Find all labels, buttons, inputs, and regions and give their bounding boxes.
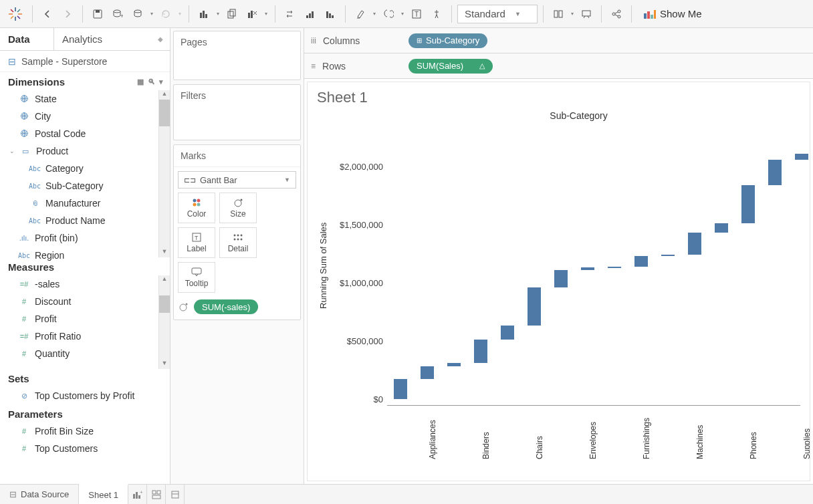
field-item[interactable]: AbcCategory xyxy=(0,160,170,177)
fit-dropdown[interactable]: Standard ▼ xyxy=(457,5,538,23)
text-icon[interactable]: T xyxy=(407,5,426,23)
sort-desc-icon[interactable] xyxy=(321,5,340,23)
tooltip-button[interactable]: Tooltip xyxy=(178,262,215,293)
dropdown-icon[interactable]: ▾ xyxy=(263,5,269,23)
rows-shelf[interactable]: ≡Rows SUM(Sales)△ xyxy=(304,53,813,79)
analytics-tab[interactable]: Analytics ◆ xyxy=(53,28,170,50)
columns-pill[interactable]: ⊞Sub-Category xyxy=(409,33,487,48)
bar-phones[interactable] xyxy=(741,185,755,223)
swap-icon[interactable] xyxy=(281,5,300,23)
rows-pill[interactable]: SUM(Sales)△ xyxy=(409,59,493,74)
bar-supplies[interactable] xyxy=(795,154,808,160)
sheet-tab[interactable]: Sheet 1 xyxy=(79,484,128,504)
presentation-icon[interactable] xyxy=(577,5,596,23)
chart-y-title: Running Sum of Sales xyxy=(317,125,330,406)
field-item[interactable]: =#-sales xyxy=(0,275,170,293)
back-icon[interactable] xyxy=(38,5,57,23)
y-tick: $0 xyxy=(374,394,383,404)
field-item[interactable]: #Quantity xyxy=(0,345,170,362)
bar-binders[interactable] xyxy=(474,340,487,363)
size-pill[interactable]: SUM(-sales) xyxy=(194,299,258,314)
color-button[interactable]: Color xyxy=(178,193,215,223)
field-item[interactable]: AbcRegion xyxy=(0,247,170,264)
bar-machines[interactable] xyxy=(688,233,701,255)
field-item[interactable]: .ılı.Profit (bin) xyxy=(0,229,170,247)
dropdown-icon[interactable]: ▾ xyxy=(569,5,576,23)
highlight-icon[interactable] xyxy=(351,5,370,23)
new-datasource-icon[interactable]: + xyxy=(108,5,127,23)
svg-rect-62 xyxy=(138,495,140,499)
refresh-icon[interactable] xyxy=(156,5,175,23)
chart-canvas[interactable]: Sheet 1 Sub-Category Running Sum of Sale… xyxy=(307,82,810,481)
save-icon[interactable] xyxy=(88,5,107,23)
field-item[interactable]: 🌐︎State xyxy=(0,90,170,108)
mark-type-dropdown[interactable]: ⊏⊐Gantt Bar ▼ xyxy=(178,171,296,188)
label-button[interactable]: TLabel xyxy=(178,227,215,258)
dropdown-icon[interactable]: ▾ xyxy=(148,5,155,23)
field-item[interactable]: #Profit Bin Size xyxy=(0,422,170,440)
dropdown-icon[interactable]: ▾ xyxy=(215,5,221,23)
data-tab[interactable]: Data xyxy=(0,28,53,50)
group-icon[interactable] xyxy=(379,5,398,23)
sets-header: Sets xyxy=(0,369,170,387)
bar-furnishings[interactable] xyxy=(634,256,648,267)
detail-button[interactable]: Detail xyxy=(219,227,257,258)
bar-accessories[interactable] xyxy=(394,379,407,399)
filters-shelf[interactable]: Filters xyxy=(173,84,301,140)
datasource-tab[interactable]: ⊟Data Source xyxy=(0,485,79,505)
pin-icon[interactable] xyxy=(427,5,446,23)
field-item[interactable]: ⊘Top Customers by Profit xyxy=(0,387,170,404)
bar-bookcases[interactable] xyxy=(501,326,514,340)
bar-fasteners[interactable] xyxy=(608,267,621,268)
pause-updates-icon[interactable] xyxy=(128,5,147,23)
field-item[interactable]: AbcSub-Category xyxy=(0,177,170,195)
pages-shelf[interactable]: Pages xyxy=(173,31,301,80)
field-item[interactable]: AbcProduct Name xyxy=(0,212,170,229)
field-item[interactable]: 📎︎Manufacturer xyxy=(0,195,170,212)
bar-labels[interactable] xyxy=(661,255,675,256)
svg-rect-9 xyxy=(96,10,100,13)
columns-shelf[interactable]: iiiColumns ⊞Sub-Category xyxy=(304,28,813,53)
show-me-button[interactable]: Show Me xyxy=(640,8,706,19)
new-worksheet-icon[interactable] xyxy=(195,5,213,23)
show-cards-icon[interactable] xyxy=(549,5,568,23)
datasource-row[interactable]: ⊟ Sample - Superstore xyxy=(0,51,170,72)
clear-sheet-icon[interactable] xyxy=(243,5,261,23)
dropdown-icon[interactable]: ▾ xyxy=(177,5,183,23)
plot-area xyxy=(387,125,800,406)
product-folder[interactable]: ⌄ ▭ Product xyxy=(0,142,170,160)
bar-paper[interactable] xyxy=(715,223,728,233)
field-item[interactable]: 🌐︎Postal Code xyxy=(0,125,170,142)
menu-icon[interactable]: ▾ xyxy=(159,78,163,86)
sort-asc-icon[interactable] xyxy=(301,5,320,23)
svg-rect-42 xyxy=(654,10,656,19)
svg-text:T: T xyxy=(195,235,199,241)
new-dashboard-tab[interactable] xyxy=(147,485,166,505)
field-item[interactable]: #Top Customers xyxy=(0,440,170,457)
bar-storage[interactable] xyxy=(768,160,782,185)
svg-point-53 xyxy=(241,235,243,237)
search-icon[interactable]: 🔍︎ xyxy=(148,78,155,86)
view-icon[interactable]: ▦ xyxy=(137,78,144,86)
dropdown-icon[interactable]: ▾ xyxy=(371,5,378,23)
share-icon[interactable] xyxy=(607,5,626,23)
bar-chairs[interactable] xyxy=(528,287,541,326)
new-story-tab[interactable] xyxy=(166,485,185,505)
duplicate-sheet-icon[interactable] xyxy=(223,5,241,23)
forward-icon[interactable] xyxy=(58,5,77,23)
bar-copiers[interactable] xyxy=(554,270,568,287)
scrollbar[interactable]: ▲ ▼ xyxy=(158,90,170,257)
bar-art[interactable] xyxy=(447,363,461,366)
size-button[interactable]: Size xyxy=(219,193,257,223)
field-item[interactable]: =#Profit Ratio xyxy=(0,328,170,345)
field-item[interactable]: #Profit xyxy=(0,310,170,328)
dropdown-icon[interactable]: ▾ xyxy=(399,5,406,23)
bar-appliances[interactable] xyxy=(421,366,434,379)
bar-envelopes[interactable] xyxy=(581,267,594,269)
field-item[interactable]: 🌐︎City xyxy=(0,108,170,125)
show-me-label: Show Me xyxy=(660,8,702,19)
sheet-title[interactable]: Sheet 1 xyxy=(317,89,800,106)
field-item[interactable]: #Discount xyxy=(0,293,170,310)
new-worksheet-tab[interactable]: + xyxy=(128,485,147,505)
scrollbar[interactable]: ▲ ▼ xyxy=(158,275,170,369)
